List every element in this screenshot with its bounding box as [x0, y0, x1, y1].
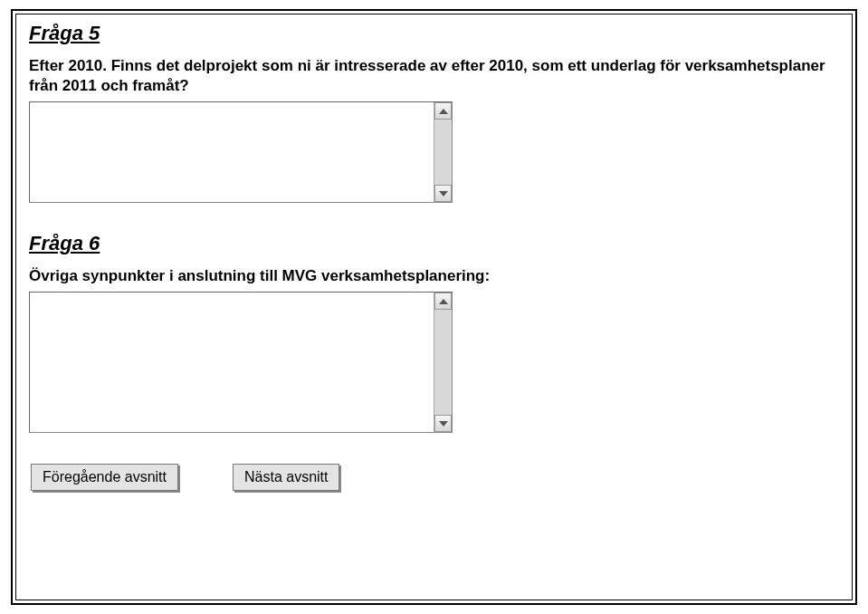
outer-border: Fråga 5 Efter 2010. Finns det delprojekt… — [11, 9, 857, 605]
question-5-input[interactable] — [31, 103, 433, 201]
question-6-title: Fråga 6 — [29, 232, 839, 255]
question-5-title: Fråga 5 — [29, 22, 839, 45]
question-6-textarea[interactable] — [29, 292, 453, 433]
scrollbar[interactable] — [434, 293, 452, 432]
scroll-up-button[interactable] — [434, 293, 452, 310]
scroll-down-button[interactable] — [434, 185, 452, 202]
scroll-down-button[interactable] — [434, 415, 452, 432]
page: Fråga 5 Efter 2010. Finns det delprojekt… — [0, 0, 868, 614]
inner-border: Fråga 5 Efter 2010. Finns det delprojekt… — [15, 14, 853, 600]
question-5-block: Fråga 5 Efter 2010. Finns det delprojekt… — [29, 22, 839, 206]
question-6-text: Övriga synpunkter i anslutning till MVG … — [29, 266, 839, 286]
question-5-text: Efter 2010. Finns det delprojekt som ni … — [29, 56, 839, 96]
chevron-down-icon — [439, 191, 448, 197]
previous-section-button[interactable]: Föregående avsnitt — [31, 464, 178, 491]
question-6-block: Fråga 6 Övriga synpunkter i anslutning t… — [29, 232, 839, 437]
question-5-textarea[interactable] — [29, 101, 453, 203]
scroll-up-button[interactable] — [434, 102, 452, 120]
question-6-input[interactable] — [31, 293, 433, 431]
chevron-up-icon — [439, 299, 448, 304]
chevron-down-icon — [439, 421, 448, 427]
button-row: Föregående avsnitt Nästa avsnitt — [31, 464, 839, 491]
chevron-up-icon — [439, 109, 448, 114]
next-section-button[interactable]: Nästa avsnitt — [233, 464, 339, 491]
scrollbar[interactable] — [434, 102, 452, 202]
